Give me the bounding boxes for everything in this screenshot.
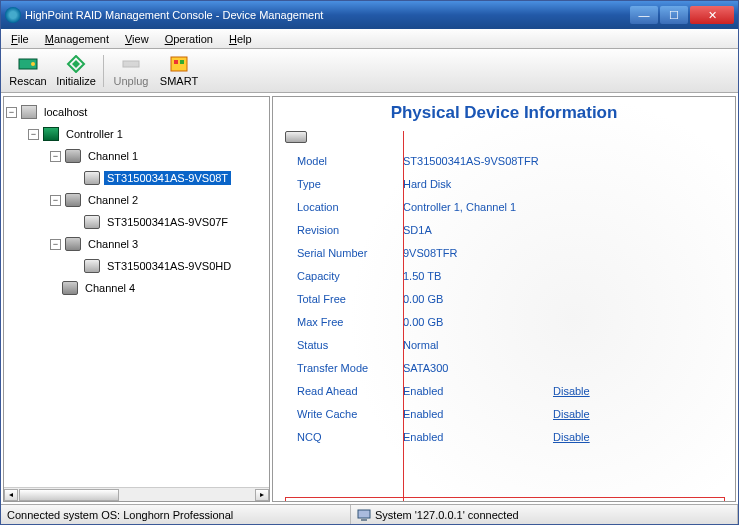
expander-icon[interactable]: − [50,195,61,206]
initialize-label: Initialize [56,75,96,87]
tree-node-channel[interactable]: Channel 4 [6,277,267,299]
menu-operation[interactable]: Operation [159,31,219,47]
info-row: ModelST31500341AS-9VS08TFR [297,149,723,172]
tree-node-disk[interactable]: ST31500341AS-9VS07F [6,211,267,233]
info-row: Max Free0.00 GB [297,310,723,333]
info-value: Enabled [403,385,553,397]
tree-node-channel[interactable]: − Channel 3 [6,233,267,255]
channel-label: Channel 3 [85,237,141,251]
maximize-button[interactable]: ☐ [660,6,688,24]
toolbar: Rescan Initialize Unplug SMART [1,49,738,93]
app-icon [5,7,21,23]
host-label: localhost [41,105,90,119]
tree-node-channel[interactable]: − Channel 1 [6,145,267,167]
svg-rect-9 [361,519,367,521]
channel-label: Channel 4 [82,281,138,295]
smart-button[interactable]: SMART [156,51,202,91]
info-value: Normal [403,339,553,351]
expander-icon[interactable]: − [28,129,39,140]
device-tree-pane: − localhost − Controller 1 − Channel 1 [3,96,270,502]
info-row: LocationController 1, Channel 1 [297,195,723,218]
expander-icon[interactable]: − [50,239,61,250]
svg-rect-4 [123,61,139,67]
system-icon [357,508,371,522]
action-link-ncq[interactable]: Disable [553,431,590,443]
horizontal-scrollbar[interactable]: ◂ ▸ [4,487,269,501]
menu-view[interactable]: View [119,31,155,47]
menu-management[interactable]: Management [39,31,115,47]
controller-icon [43,127,59,141]
rescan-icon [18,55,38,73]
info-value: 9VS08TFR [403,247,553,259]
info-value: 1.50 TB [403,270,553,282]
menubar: File Management View Operation Help [1,29,738,49]
info-value: 0.00 GB [403,316,553,328]
info-value: ST31500341AS-9VS08TFR [403,155,553,167]
tree-node-host[interactable]: − localhost [6,101,267,123]
info-action-row: Write CacheEnabledDisable [297,402,723,425]
scroll-thumb[interactable] [19,489,119,501]
info-label: Total Free [297,293,403,305]
info-action-row: NCQEnabledDisable [297,425,723,448]
action-link-read ahead[interactable]: Disable [553,385,590,397]
window-title: HighPoint RAID Management Console - Devi… [25,9,630,21]
unplug-icon [121,55,141,73]
detail-title: Physical Device Information [273,97,735,131]
menu-help[interactable]: Help [223,31,258,47]
rescan-label: Rescan [9,75,46,87]
host-icon [21,105,37,119]
scroll-right-button[interactable]: ▸ [255,489,269,501]
info-value: 0.00 GB [403,293,553,305]
channel-label: Channel 2 [85,193,141,207]
disk-icon [84,259,100,273]
svg-rect-5 [171,57,187,71]
info-row: Transfer ModeSATA300 [297,356,723,379]
info-value: Controller 1, Channel 1 [403,201,553,213]
info-label: Serial Number [297,247,403,259]
channel-icon [62,281,78,295]
tree-node-disk[interactable]: ST31500341AS-9VS08T [6,167,267,189]
svg-point-1 [31,62,35,66]
highlight-line [403,131,404,502]
info-row: StatusNormal [297,333,723,356]
controller-label: Controller 1 [63,127,126,141]
minimize-button[interactable]: — [630,6,658,24]
scroll-left-button[interactable]: ◂ [4,489,18,501]
expander-icon[interactable]: − [50,151,61,162]
info-label: Type [297,178,403,190]
info-row: Serial Number9VS08TFR [297,241,723,264]
status-os-text: Connected system OS: Longhorn Profession… [7,509,233,521]
detail-pane: Physical Device Information ModelST31500… [272,96,736,502]
device-tree[interactable]: − localhost − Controller 1 − Channel 1 [4,97,269,303]
highlight-box [285,497,725,502]
info-value: SD1A [403,224,553,236]
unplug-button: Unplug [108,51,154,91]
statusbar: Connected system OS: Longhorn Profession… [1,504,738,524]
info-label: Max Free [297,316,403,328]
svg-rect-7 [180,60,184,64]
info-action-row: Read AheadEnabledDisable [297,379,723,402]
expander-icon[interactable]: − [6,107,17,118]
info-value: Enabled [403,431,553,443]
channel-icon [65,193,81,207]
titlebar[interactable]: HighPoint RAID Management Console - Devi… [1,1,738,29]
info-row: Capacity1.50 TB [297,264,723,287]
initialize-button[interactable]: Initialize [53,51,99,91]
tree-node-disk[interactable]: ST31500341AS-9VS0HD [6,255,267,277]
smart-icon [169,55,189,73]
tree-node-channel[interactable]: − Channel 2 [6,189,267,211]
rescan-button[interactable]: Rescan [5,51,51,91]
action-link-write cache[interactable]: Disable [553,408,590,420]
disk-label: ST31500341AS-9VS07F [104,215,231,229]
info-label: Read Ahead [297,385,403,397]
menu-file[interactable]: File [5,31,35,47]
initialize-icon [66,55,86,73]
close-button[interactable]: ✕ [690,6,734,24]
channel-icon [65,237,81,251]
channel-icon [65,149,81,163]
status-left: Connected system OS: Longhorn Profession… [1,505,351,524]
channel-label: Channel 1 [85,149,141,163]
info-label: Capacity [297,270,403,282]
info-row: TypeHard Disk [297,172,723,195]
tree-node-controller[interactable]: − Controller 1 [6,123,267,145]
